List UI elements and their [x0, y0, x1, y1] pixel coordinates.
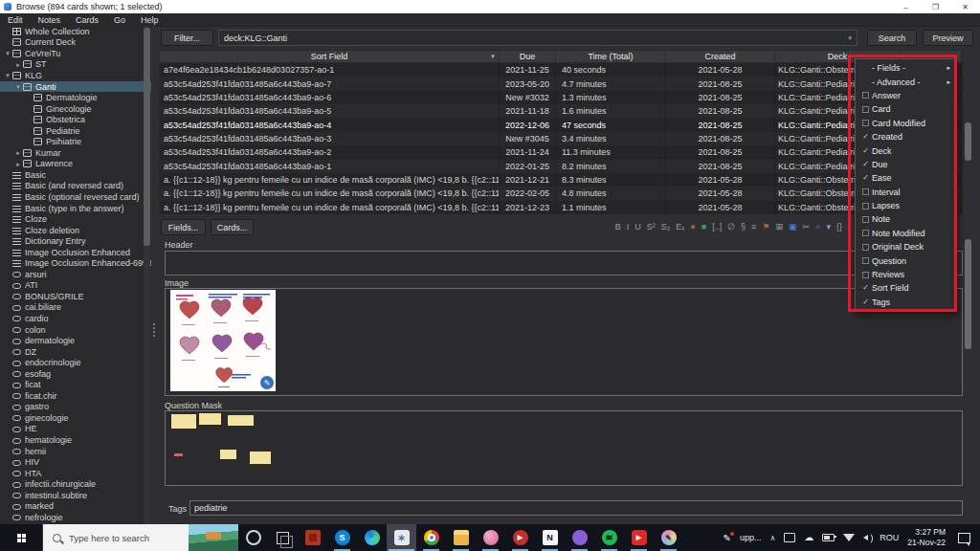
taskbar-clock[interactable]: 3:27 PM 21-Nov-22 [907, 527, 946, 547]
menu-option[interactable]: ✓ Ease [856, 171, 955, 185]
sidebar-item[interactable]: DZ [0, 346, 151, 358]
menu-option[interactable]: - Advanced - ▸ [856, 75, 955, 88]
sidebar-item[interactable]: Pediatrie [0, 125, 151, 137]
column-header[interactable]: Time (Total) ▼ [556, 51, 666, 62]
format-icon[interactable]: ▾ [826, 223, 831, 231]
display-icon[interactable] [784, 533, 795, 542]
format-icon[interactable]: S² [647, 223, 656, 231]
expand-arrow-icon[interactable]: ▸ [13, 61, 23, 68]
sidebar-item[interactable]: gastro [0, 402, 151, 413]
taskbar-app-icon[interactable]: ✎ [654, 524, 683, 551]
menu-option[interactable]: Question [856, 253, 955, 267]
menu-item[interactable]: Cards [68, 15, 106, 25]
column-header[interactable]: Created ▼ [666, 51, 775, 62]
sidebar-splitter-handle[interactable] [153, 323, 155, 339]
search-button[interactable]: Search [867, 30, 917, 46]
format-icon[interactable]: I [627, 223, 630, 231]
taskbar-app-icon[interactable] [298, 524, 327, 551]
sidebar-item[interactable]: HIV [0, 456, 151, 468]
sidebar-item[interactable]: ficat.chir [0, 390, 151, 402]
table-row[interactable]: a. {{c1::12-18}} kg pentru femeile cu un… [160, 187, 962, 200]
sidebar-item[interactable]: HE [0, 424, 151, 435]
fields-button[interactable]: Fields... [161, 219, 206, 235]
sidebar-item[interactable]: Image Occlusion Enhanced-6998d [0, 257, 151, 269]
onedrive-cloud-icon[interactable]: ☁ [804, 533, 813, 542]
sidebar-item[interactable]: BONUS/GRILE [0, 291, 151, 302]
taskbar-app-icon[interactable] [268, 524, 298, 551]
taskbar-app-icon[interactable] [416, 524, 446, 551]
menu-item[interactable]: Help [133, 15, 167, 25]
column-header[interactable]: Sort Field ▼ [160, 51, 500, 62]
sidebar-item[interactable]: Dictionary Entry [0, 235, 151, 247]
format-icon[interactable]: ⊞ [775, 223, 783, 231]
taskbar-app-icon[interactable] [565, 524, 594, 551]
sidebar-item[interactable]: esofag [0, 368, 151, 380]
menu-option[interactable]: Card [856, 102, 955, 116]
search-highlight-image[interactable] [189, 524, 238, 551]
sidebar-item[interactable]: hernii [0, 446, 151, 457]
taskbar-app-icon[interactable]: S [327, 524, 357, 551]
menu-option[interactable]: ✓ Sort Field [856, 281, 955, 295]
menu-option[interactable]: Interval [856, 186, 955, 199]
menu-option[interactable]: ✓ Created [856, 130, 955, 143]
menu-option[interactable]: Lapses [856, 199, 955, 212]
table-row[interactable]: a. {{c1::12-18}} kg pentru femeile cu un… [160, 173, 962, 187]
sidebar-item[interactable]: ▾ Ganti [0, 81, 151, 93]
menu-option[interactable]: Reviews [856, 268, 955, 281]
sidebar-item[interactable]: colon [0, 324, 151, 336]
sidebar-item[interactable]: endocrinologie [0, 357, 151, 368]
sidebar-item[interactable]: ficat [0, 380, 151, 391]
sidebar-item[interactable]: ginecologie [0, 412, 151, 424]
menu-option[interactable]: ✓ Due [856, 158, 955, 171]
pen-icon[interactable]: ✎ [724, 533, 731, 543]
sidebar-item[interactable]: Basic (type in the answer) [0, 203, 151, 214]
sidebar-item[interactable]: cai.biliare [0, 302, 151, 314]
tray-app-label[interactable]: upp... [740, 533, 762, 542]
sidebar-item[interactable]: Basic (and reversed card) [0, 181, 151, 192]
sidebar-item[interactable]: ▸ Kumar [0, 147, 151, 159]
sidebar-item[interactable]: arsuri [0, 269, 151, 280]
sidebar-item[interactable]: Ginecologie [0, 103, 151, 115]
header-field-input[interactable] [165, 251, 963, 276]
sidebar-item[interactable]: hematologie [0, 434, 151, 446]
expand-arrow-icon[interactable]: ▸ [13, 149, 23, 156]
table-row[interactable]: a53c54ad253f41fda031485a6c443ba9-ao-2 20… [160, 145, 962, 159]
menu-option[interactable]: Note [856, 212, 955, 226]
action-center-icon[interactable] [958, 533, 970, 543]
sidebar-item[interactable]: dermatologie [0, 335, 151, 346]
format-icon[interactable]: ✂ [802, 223, 810, 231]
sidebar-item[interactable]: Psihiatrie [0, 136, 151, 147]
menu-option[interactable]: Original Deck [856, 240, 955, 253]
format-icon[interactable]: ⚑ [762, 223, 769, 231]
sidebar-item[interactable]: ▾ KLG [0, 70, 151, 81]
format-icon[interactable]: B [615, 223, 621, 231]
question-mask-field-input[interactable] [165, 410, 963, 486]
menu-option[interactable]: Answer [856, 89, 955, 102]
image-field-input[interactable] [165, 288, 963, 396]
menu-option[interactable]: ✓ Deck [856, 143, 955, 157]
column-header[interactable]: Due ▼ [500, 51, 556, 62]
start-button[interactable] [0, 524, 42, 551]
sidebar-item[interactable]: Cloze [0, 213, 151, 225]
maximize-button[interactable]: ❐ [921, 0, 950, 13]
volume-icon[interactable] [863, 535, 868, 540]
table-row[interactable]: a7e4f6ea2e18434cb1b6248d03027357-ao-1 20… [160, 63, 962, 77]
format-icon[interactable]: [..] [712, 223, 722, 231]
format-icon[interactable]: U [635, 223, 641, 231]
format-icon[interactable]: {} [836, 223, 842, 231]
sidebar-item[interactable]: Basic [0, 169, 151, 181]
close-button[interactable]: ✕ [950, 0, 980, 13]
sidebar-item[interactable]: Image Occlusion Enhanced [0, 247, 151, 258]
taskbar-app-icon[interactable]: ≋ [594, 524, 624, 551]
sidebar-item[interactable]: HTA [0, 468, 151, 479]
expand-arrow-icon[interactable]: ▾ [3, 72, 12, 78]
format-icon[interactable]: ≡ [751, 223, 756, 231]
expand-arrow-icon[interactable]: ▸ [13, 161, 23, 167]
taskbar-app-icon[interactable]: ▶ [505, 524, 535, 551]
sidebar-item[interactable]: nefrologie [0, 512, 151, 523]
expand-arrow-icon[interactable]: ▾ [13, 83, 23, 90]
table-row[interactable]: a. {{c1::12-18}} kg pentru femeile cu un… [160, 201, 962, 214]
search-input[interactable]: deck:KLG::Ganti ▾ [218, 30, 858, 46]
taskbar-app-icon[interactable]: ✶ [387, 524, 416, 551]
preview-button[interactable]: Preview [923, 30, 973, 46]
